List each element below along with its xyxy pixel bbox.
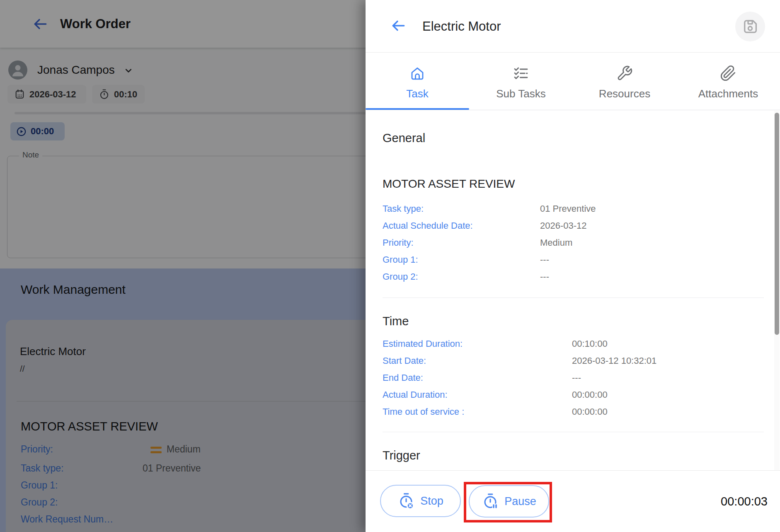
drawer-title: Electric Motor	[422, 0, 501, 53]
checklist-icon	[513, 65, 529, 82]
divider	[383, 432, 764, 432]
group1-label: Group 1:	[383, 254, 540, 265]
scrollbar-thumb[interactable]	[775, 113, 779, 335]
tab-sub-tasks-label: Sub Tasks	[496, 87, 545, 100]
group1-value: ---	[540, 254, 549, 265]
field-row: Start Date: 2026-03-12 10:32:01	[383, 352, 656, 369]
tab-attachments-label: Attachments	[698, 87, 758, 100]
back-arrow-icon[interactable]	[390, 17, 407, 34]
tab-sub-tasks[interactable]: Sub Tasks	[469, 53, 573, 110]
drawer-tabs: Task Sub Tasks Resources Attachments	[366, 53, 780, 110]
home-icon	[409, 65, 426, 82]
priority-value: Medium	[540, 237, 572, 248]
actual-duration-label: Actual Duration:	[383, 389, 572, 400]
actual-schedule-date-label: Actual Schedule Date:	[383, 220, 540, 231]
time-out-of-service-value: 00:00:00	[572, 406, 608, 417]
stop-button[interactable]: Stop	[380, 485, 461, 517]
trigger-heading: Trigger	[383, 449, 420, 462]
tab-resources-label: Resources	[599, 87, 650, 100]
field-row: Group 2: ---	[383, 268, 596, 285]
field-row: Time out of service : 00:00:00	[383, 403, 656, 420]
group2-label: Group 2:	[383, 271, 540, 282]
field-row: Actual Duration: 00:00:00	[383, 386, 656, 403]
actual-schedule-date-value: 2026-03-12	[540, 220, 587, 231]
paperclip-icon	[720, 65, 736, 82]
field-row: End Date: ---	[383, 369, 656, 386]
start-date-value: 2026-03-12 10:32:01	[572, 355, 656, 366]
general-heading: General	[383, 131, 425, 145]
stop-button-label: Stop	[420, 495, 443, 508]
task-drawer: Electric Motor Task Sub Tasks	[366, 0, 780, 532]
tab-resources[interactable]: Resources	[573, 53, 676, 110]
save-icon	[741, 17, 760, 36]
tab-attachments[interactable]: Attachments	[676, 53, 780, 110]
save-button[interactable]	[735, 12, 765, 41]
screen: Work Order Jonas Campos 2026-03-12 00:10	[0, 0, 780, 532]
field-row: Priority: Medium	[383, 234, 596, 251]
actual-duration-value: 00:00:00	[572, 389, 608, 400]
pause-button-label: Pause	[504, 495, 536, 508]
field-row: Estimated Duration: 00:10:00	[383, 335, 656, 352]
stopwatch-stop-icon	[397, 492, 415, 510]
motor-asset-review-heading: MOTOR ASSET REVIEW	[383, 177, 515, 191]
wrench-icon	[616, 65, 633, 82]
general-rows: Task type: 01 Preventive Actual Schedule…	[383, 200, 596, 285]
task-type-label: Task type:	[383, 203, 540, 214]
pause-button[interactable]: Pause	[469, 485, 549, 517]
group2-value: ---	[540, 271, 549, 282]
field-row: Task type: 01 Preventive	[383, 200, 596, 217]
drawer-header: Electric Motor	[366, 0, 780, 53]
field-row: Actual Schedule Date: 2026-03-12	[383, 217, 596, 234]
time-rows: Estimated Duration: 00:10:00 Start Date:…	[383, 335, 656, 420]
end-date-label: End Date:	[383, 372, 572, 383]
divider	[383, 297, 764, 298]
start-date-label: Start Date:	[383, 355, 572, 366]
active-tab-indicator	[366, 108, 469, 110]
tab-task[interactable]: Task	[366, 53, 469, 110]
priority-label: Priority:	[383, 237, 540, 248]
tab-task-label: Task	[406, 87, 428, 100]
running-timer: 00:00:03	[721, 471, 768, 532]
end-date-value: ---	[572, 372, 581, 383]
task-type-value: 01 Preventive	[540, 203, 596, 214]
time-out-of-service-label: Time out of service :	[383, 406, 572, 417]
estimated-duration-value: 00:10:00	[572, 339, 608, 349]
estimated-duration-label: Estimated Duration:	[383, 339, 572, 349]
field-row: Group 1: ---	[383, 251, 596, 268]
drawer-footer: Stop Pause 00:00:03	[366, 470, 780, 532]
stopwatch-pause-icon	[482, 493, 499, 510]
time-heading: Time	[383, 314, 409, 328]
